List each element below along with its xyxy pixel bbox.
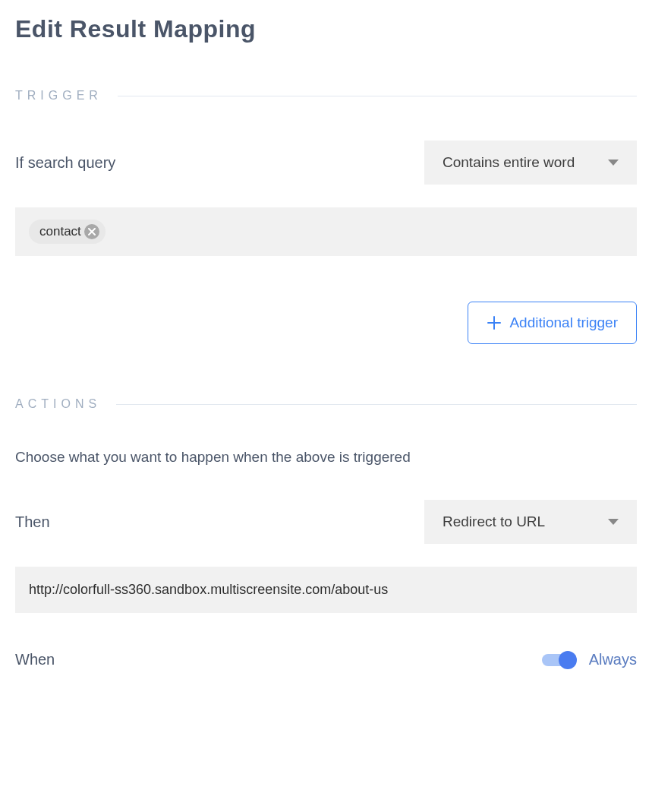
- query-tag-input[interactable]: contact: [15, 207, 637, 256]
- when-toggle-group: Always: [542, 651, 637, 668]
- then-select[interactable]: Redirect to URL: [424, 500, 637, 544]
- query-tag-text: contact: [39, 224, 81, 239]
- when-row: When Always: [15, 651, 637, 668]
- query-tag: contact: [29, 220, 106, 244]
- trigger-section-header: TRIGGER: [15, 89, 637, 103]
- when-label: When: [15, 651, 55, 668]
- actions-section-label: ACTIONS: [15, 397, 101, 411]
- actions-section-header: ACTIONS: [15, 397, 637, 411]
- if-query-label: If search query: [15, 154, 115, 172]
- when-toggle-label: Always: [589, 651, 637, 668]
- caret-down-icon: [608, 160, 619, 166]
- actions-helper-text: Choose what you want to happen when the …: [15, 449, 637, 466]
- trigger-section-label: TRIGGER: [15, 89, 102, 103]
- additional-trigger-label: Additional trigger: [509, 314, 618, 331]
- divider-line: [118, 96, 637, 96]
- then-label: Then: [15, 513, 50, 531]
- toggle-thumb: [559, 651, 577, 669]
- condition-select[interactable]: Contains entire word: [424, 141, 637, 185]
- trigger-button-row: Additional trigger: [15, 302, 637, 344]
- then-select-text: Redirect to URL: [443, 513, 545, 530]
- when-toggle[interactable]: [542, 652, 577, 668]
- condition-select-text: Contains entire word: [443, 154, 575, 171]
- plus-icon: [487, 315, 502, 330]
- url-input[interactable]: [29, 582, 623, 598]
- caret-down-icon: [608, 519, 619, 525]
- tag-remove-button[interactable]: [84, 224, 99, 239]
- divider-line: [116, 404, 637, 405]
- url-input-container: [15, 567, 637, 613]
- if-query-row: If search query Contains entire word: [15, 141, 637, 185]
- then-row: Then Redirect to URL: [15, 500, 637, 544]
- page-title: Edit Result Mapping: [15, 15, 637, 43]
- close-icon: [88, 228, 96, 235]
- additional-trigger-button[interactable]: Additional trigger: [468, 302, 637, 344]
